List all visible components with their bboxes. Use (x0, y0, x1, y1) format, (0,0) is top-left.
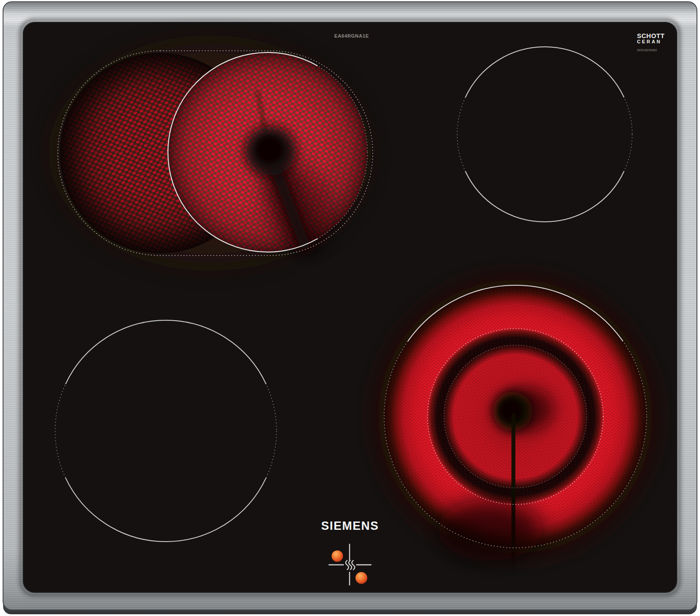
hot-surface-dot-icon (356, 572, 368, 584)
serial-number: 9001609080 (637, 49, 665, 52)
temperature-sensor-core (256, 136, 283, 163)
zone-back-left-on (57, 44, 373, 262)
hot-surface-dot-icon (332, 550, 343, 562)
schott-logo-text: SCHOTT (637, 33, 665, 39)
ceran-logo-text: CERAN (637, 39, 665, 45)
brand-logo: SIEMENS (306, 520, 394, 533)
model-number: EA64RGNA1E (334, 33, 369, 38)
schott-ceran-logo: SCHOTT CERAN 9001609080 (637, 33, 665, 52)
bottom-shadow (438, 500, 542, 561)
siemens-hob-product-photo: EA64RGNA1E SCHOTT CERAN 9001609080 SIEME… (0, 0, 700, 616)
